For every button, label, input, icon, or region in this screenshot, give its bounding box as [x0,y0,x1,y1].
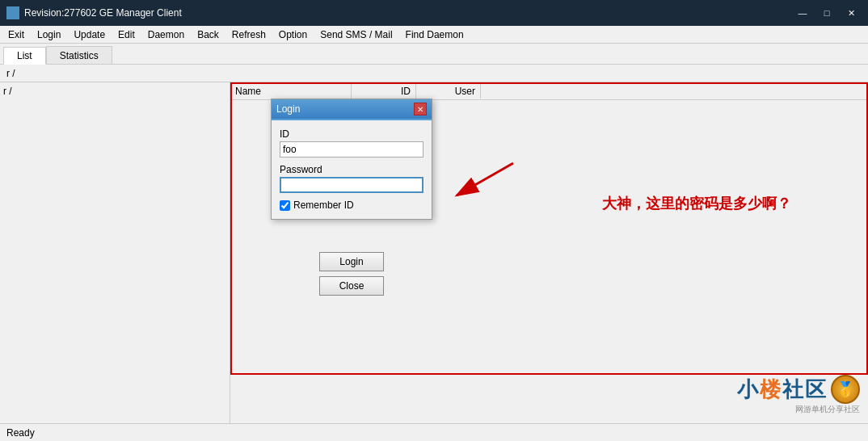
minimize-button[interactable]: — [792,5,813,21]
main-window: Exit Login Update Edit Daemon Back Refre… [0,26,868,441]
menu-update[interactable]: Update [67,27,112,43]
password-input[interactable] [280,177,423,193]
status-bar: Ready [0,423,868,441]
tab-statistics[interactable]: Statistics [46,46,112,64]
tree-item[interactable]: r / [3,86,12,97]
menu-daemon[interactable]: Daemon [141,27,191,43]
remember-id-label: Remember ID [293,200,354,211]
id-input[interactable] [280,141,423,158]
content-area: r / Name ID User [0,82,868,423]
dialog-body: ID Password Remember ID [272,119,432,219]
menu-refresh[interactable]: Refresh [225,27,272,43]
menu-bar: Exit Login Update Edit Daemon Back Refre… [0,26,868,44]
id-label: ID [280,128,423,140]
dialog-close-icon-button[interactable]: ✕ [414,103,427,116]
dialog-titlebar: Login ✕ [272,99,432,119]
dialog-buttons: Login Close [271,244,432,304]
tab-list[interactable]: List [3,47,46,65]
menu-sms-mail[interactable]: Send SMS / Mail [314,27,398,43]
status-text: Ready [6,427,35,439]
maximize-button[interactable]: □ [816,5,837,21]
right-panel: Name ID User [230,82,868,423]
menu-find-daemon[interactable]: Find Daemon [399,27,470,43]
title-bar-text: Revision:277602 GE Manager Client [24,7,792,19]
tab-bar: List Statistics [0,44,868,65]
watermark-main: 小楼社区 [737,376,828,404]
menu-back[interactable]: Back [191,27,225,43]
watermark-sub: 网游单机分享社区 [795,404,860,415]
svg-line-1 [457,163,513,195]
login-dialog: Login ✕ ID Password Remember ID [271,99,432,220]
menu-edit[interactable]: Edit [112,27,141,43]
breadcrumb: r / [0,65,868,82]
remember-id-checkbox[interactable] [280,200,290,211]
title-bar: Revision:277602 GE Manager Client — □ ✕ [0,0,868,26]
menu-login[interactable]: Login [31,27,67,43]
login-button[interactable]: Login [319,252,384,271]
dialog-title: Login [276,103,414,115]
medal-icon: 🥇 [831,375,860,404]
app-icon [6,6,19,19]
remember-id-row: Remember ID [280,200,423,211]
title-bar-controls: — □ ✕ [792,5,862,21]
menu-option[interactable]: Option [272,27,314,43]
window-close-button[interactable]: ✕ [841,5,862,21]
menu-exit[interactable]: Exit [2,27,31,43]
left-panel: r / [0,82,230,423]
password-label: Password [280,164,423,175]
watermark: 小楼社区 🥇 网游单机分享社区 [737,375,860,415]
chinese-annotation: 大神，这里的密码是多少啊？ [602,194,791,213]
close-button[interactable]: Close [319,276,384,296]
red-arrow [424,155,521,206]
dialog-overlay: Login ✕ ID Password Remember ID [230,82,868,423]
